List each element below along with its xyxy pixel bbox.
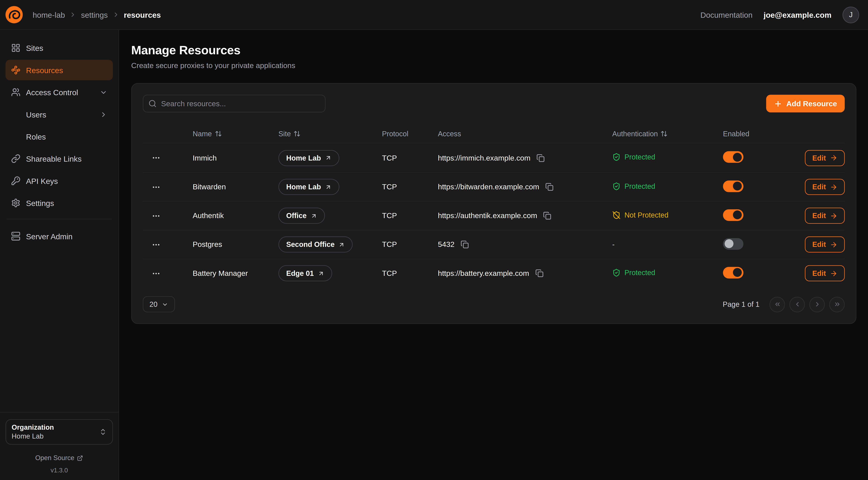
gear-icon (11, 198, 21, 208)
site-link[interactable]: Office (278, 208, 325, 224)
arrow-right-icon (830, 212, 838, 219)
edit-button[interactable]: Edit (805, 179, 845, 195)
breadcrumb-settings[interactable]: settings (81, 10, 108, 19)
sidebar-item-label: Resources (26, 66, 63, 74)
page-indicator: Page 1 of 1 (723, 300, 760, 308)
table-header: Name Site Protocol Access Authentication… (143, 124, 845, 143)
protocol-value: TCP (382, 154, 438, 162)
auth-status: Protected (612, 268, 655, 276)
site-link[interactable]: Home Lab (278, 179, 339, 195)
row-menu-button[interactable] (148, 150, 164, 166)
organization-label: Organization (11, 423, 54, 432)
shield-check-icon (612, 182, 621, 190)
first-page-button[interactable] (769, 297, 785, 312)
search-input[interactable] (143, 95, 326, 112)
enabled-toggle[interactable] (723, 267, 743, 278)
arrow-right-icon (830, 241, 838, 248)
enabled-toggle[interactable] (723, 209, 743, 221)
layout-grid-icon (11, 43, 21, 53)
page-size-value: 20 (150, 300, 157, 308)
table-row: Immich Home Lab TCP https://immich.examp… (143, 143, 845, 172)
copy-button[interactable] (535, 153, 546, 163)
resource-name: Bitwarden (193, 183, 278, 191)
auth-status: - (612, 240, 615, 249)
toggle-knob (733, 182, 742, 190)
sidebar-item-shareable-links[interactable]: Shareable Links (6, 148, 113, 169)
add-resource-button[interactable]: Add Resource (767, 95, 845, 112)
last-page-button[interactable] (829, 297, 845, 312)
resource-name: Immich (193, 154, 278, 162)
auth-status: Not Protected (612, 211, 669, 219)
table-row: Bitwarden Home Lab TCP https://bitwarden… (143, 172, 845, 201)
access-value: https://authentik.example.com (438, 212, 537, 220)
table-row: Authentik Office TCP https://authentik.e… (143, 201, 845, 230)
auth-label: Protected (624, 182, 655, 190)
toggle-knob (733, 268, 742, 277)
pagination-controls (769, 297, 845, 312)
pangolin-logo[interactable] (4, 5, 24, 24)
user-email[interactable]: joe@example.com (764, 10, 832, 19)
enabled-toggle[interactable] (723, 151, 743, 163)
ellipsis-icon (152, 240, 160, 249)
chevron-right-icon (112, 11, 119, 18)
copy-button[interactable] (459, 239, 470, 250)
arrow-up-right-icon (325, 183, 332, 190)
chevron-down-icon (162, 301, 168, 308)
users-icon (11, 87, 21, 97)
sidebar-item-api-keys[interactable]: API Keys (6, 171, 113, 191)
column-label: Enabled (723, 129, 749, 138)
table-row: Battery Manager Edge 01 TCP https://batt… (143, 259, 845, 288)
breadcrumb-org[interactable]: home-lab (33, 10, 65, 19)
previous-page-button[interactable] (789, 297, 805, 312)
chevrons-up-down-icon (99, 428, 107, 436)
table-row: Postgres Second Office TCP 5432 (143, 230, 845, 259)
sidebar-item-users[interactable]: Users (6, 104, 113, 124)
arrow-up-right-icon (310, 212, 317, 219)
sidebar-item-roles[interactable]: Roles (6, 126, 113, 147)
arrow-right-icon (830, 154, 838, 161)
site-link[interactable]: Home Lab (278, 150, 339, 166)
copy-button[interactable] (542, 210, 553, 221)
site-link[interactable]: Second Office (278, 236, 353, 252)
copy-icon (461, 240, 469, 249)
sidebar-item-settings[interactable]: Settings (6, 193, 113, 213)
sidebar-item-sites[interactable]: Sites (6, 38, 113, 58)
edit-button[interactable]: Edit (805, 208, 845, 224)
documentation-link[interactable]: Documentation (701, 10, 752, 19)
copy-icon (543, 212, 552, 220)
sort-icon (661, 130, 668, 138)
copy-button[interactable] (534, 268, 545, 278)
resource-name: Battery Manager (193, 269, 278, 277)
sort-name-header[interactable]: Name (193, 129, 222, 138)
avatar[interactable]: J (842, 6, 859, 23)
site-name: Office (286, 212, 307, 220)
arrow-up-right-icon (325, 155, 332, 161)
enabled-toggle[interactable] (723, 238, 743, 249)
sort-icon (215, 130, 222, 138)
enabled-toggle[interactable] (723, 180, 743, 192)
open-source-link[interactable]: Open Source (35, 454, 83, 462)
row-menu-button[interactable] (148, 266, 164, 281)
sort-authentication-header[interactable]: Authentication (612, 129, 668, 138)
sort-site-header[interactable]: Site (278, 129, 301, 138)
row-menu-button[interactable] (148, 179, 164, 195)
sidebar-item-server-admin[interactable]: Server Admin (6, 226, 113, 246)
search-box (143, 95, 326, 112)
edit-button[interactable]: Edit (805, 236, 845, 252)
edit-button[interactable]: Edit (805, 150, 845, 166)
arrow-right-icon (830, 269, 838, 277)
copy-button[interactable] (544, 182, 555, 192)
add-resource-label: Add Resource (786, 99, 837, 108)
site-link[interactable]: Edge 01 (278, 265, 332, 281)
edit-button[interactable]: Edit (805, 265, 845, 281)
next-page-button[interactable] (809, 297, 825, 312)
row-menu-button[interactable] (148, 237, 164, 252)
sidebar-item-resources[interactable]: Resources (6, 60, 113, 80)
page-size-select[interactable]: 20 (143, 296, 175, 312)
toggle-knob (725, 239, 734, 248)
row-menu-button[interactable] (148, 208, 164, 223)
ellipsis-icon (152, 269, 160, 278)
organization-picker[interactable]: Organization Home Lab (6, 419, 113, 445)
sidebar-item-access-control[interactable]: Access Control (6, 82, 113, 102)
search-icon (148, 99, 157, 108)
